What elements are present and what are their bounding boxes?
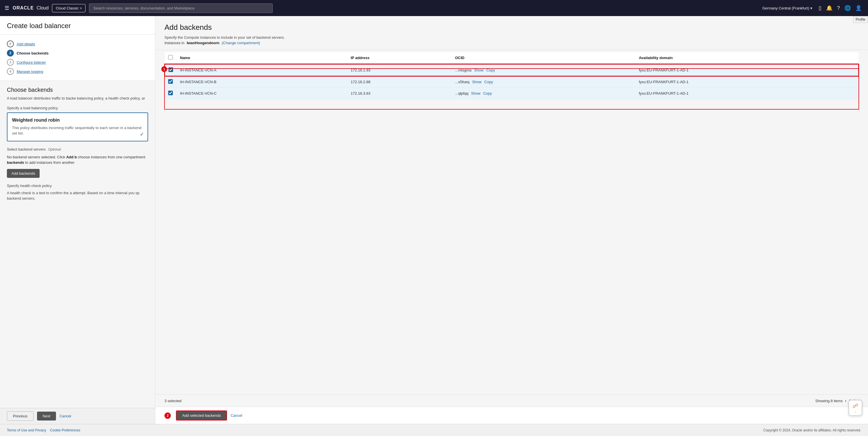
health-section: Specify health check policy A health che… bbox=[7, 183, 148, 201]
bottom-bar: Previous Next Cancel bbox=[0, 408, 155, 424]
add-selected-backends-button[interactable]: Add selected backends bbox=[176, 410, 227, 421]
cloud-classic-button[interactable]: Cloud Classic > bbox=[52, 4, 86, 12]
row-ip-a: 172.16.1.93 bbox=[347, 64, 452, 76]
right-header: Add backends Specify the Compute instanc… bbox=[155, 16, 868, 50]
cloud-text: Cloud bbox=[37, 5, 49, 11]
header-checkbox[interactable] bbox=[168, 55, 173, 60]
row-ocid-c: ...qlpfqq Show Copy bbox=[452, 88, 635, 99]
footer-copyright: Copyright © 2024, Oracle and/or its affi… bbox=[763, 428, 861, 432]
profile-tooltip: Profile bbox=[853, 16, 868, 23]
page-title: Create load balancer bbox=[7, 22, 148, 30]
row-ocid-b: ...x5fueq Show Copy bbox=[452, 76, 635, 88]
right-panel: Add backends Specify the Compute instanc… bbox=[155, 16, 868, 424]
footer-left: Terms of Use and Privacy Cookie Preferen… bbox=[7, 428, 80, 432]
row-name-b: IH-INSTANCE-VCN-B bbox=[177, 76, 347, 88]
terms-link[interactable]: Terms of Use and Privacy bbox=[7, 428, 46, 432]
step-label-add-details[interactable]: Add details bbox=[17, 42, 35, 46]
right-cancel-link[interactable]: Cancel bbox=[230, 413, 242, 417]
backend-label: Select backend servers bbox=[7, 147, 45, 152]
page-footer: Terms of Use and Privacy Cookie Preferen… bbox=[0, 424, 868, 436]
row-checkbox-a[interactable] bbox=[168, 67, 173, 72]
row-checkbox-b[interactable] bbox=[168, 79, 173, 84]
row-availability-b: fyxu:EU-FRANKFURT-1-AD-1 bbox=[636, 76, 859, 88]
policy-card[interactable]: Weighted round robin This policy distrib… bbox=[7, 112, 148, 141]
availability-column-header: Availability domain bbox=[636, 52, 859, 64]
row-ip-c: 172.16.3.63 bbox=[347, 88, 452, 99]
copy-link-b[interactable]: Copy bbox=[484, 80, 493, 84]
nav-right: Germany Central (Frankfurt) ▾ ▯ 🔔 ? 🌐 👤 bbox=[763, 3, 863, 13]
compartment-row: Instances in IwanHoogendoorn (Change com… bbox=[164, 41, 859, 45]
right-bottom-bar: 2 Add selected backends Cancel bbox=[155, 407, 868, 424]
left-panel: Create load balancer ✓ Add details 2 Cho… bbox=[0, 16, 155, 424]
right-desc: Specify the Compute instances to include… bbox=[164, 35, 859, 40]
show-link-c[interactable]: Show bbox=[471, 91, 480, 96]
step-circle-4: 4 bbox=[7, 68, 14, 75]
ocid-column-header: OCID bbox=[452, 52, 635, 64]
show-link-a[interactable]: Show bbox=[474, 68, 484, 72]
previous-button[interactable]: Previous bbox=[7, 411, 34, 421]
table-row: IH-INSTANCE-VCN-C 172.16.3.63 ...qlpfqq … bbox=[165, 88, 859, 99]
ip-column-header: IP address bbox=[347, 52, 452, 64]
backends-table: Name IP address OCID Availability domain… bbox=[164, 52, 859, 99]
language-icon[interactable]: 🌐 bbox=[843, 3, 852, 13]
badge-2: 2 bbox=[164, 412, 171, 419]
step-label-configure-listener[interactable]: Configure listener bbox=[17, 60, 46, 65]
table-section: Name IP address OCID Availability domain… bbox=[155, 50, 868, 394]
backend-section: Select backend servers Optional No backe… bbox=[7, 147, 148, 178]
step-label-manage-logging[interactable]: Manage logging bbox=[17, 69, 43, 74]
wizard-steps: ✓ Add details 2 Choose backends 3 Config… bbox=[0, 35, 155, 81]
copy-link-a[interactable]: Copy bbox=[486, 68, 495, 72]
row-checkbox-cell-b bbox=[165, 76, 177, 88]
no-backend-text: No backend servers selected. Click Add b… bbox=[7, 154, 148, 166]
wizard-step-manage-logging[interactable]: 4 Manage logging bbox=[7, 67, 148, 76]
add-backends-button[interactable]: Add backends bbox=[7, 169, 40, 178]
step-circle-1: ✓ bbox=[7, 40, 14, 47]
copy-link-c[interactable]: Copy bbox=[483, 91, 492, 96]
cookie-preferences-link[interactable]: Cookie Preferences bbox=[50, 428, 80, 432]
step-circle-3: 3 bbox=[7, 59, 14, 66]
choose-backends-title: Choose backends bbox=[7, 87, 148, 93]
search-input[interactable] bbox=[89, 3, 273, 13]
health-label: Specify health check policy bbox=[7, 183, 148, 188]
cancel-link[interactable]: Cancel bbox=[59, 414, 71, 418]
showing-label: Showing 8 items bbox=[815, 399, 842, 403]
compartment-name: IwanHoogendoorn bbox=[187, 41, 219, 45]
policy-card-desc: This policy distributes incoming traffic… bbox=[12, 125, 143, 136]
row-name-a: IH-INSTANCE-VCN-A bbox=[177, 64, 347, 76]
table-row: IH-INSTANCE-VCN-B 172.16.2.88 ...x5fueq … bbox=[165, 76, 859, 88]
row-availability-a: fyxu:EU-FRANKFURT-1-AD-1 bbox=[636, 64, 859, 76]
top-navigation: ☰ ORACLE Cloud Cloud Classic > Germany C… bbox=[0, 0, 868, 16]
selected-count: 3 selected bbox=[164, 399, 181, 403]
row-ocid-a: ...mtsgma Show Copy bbox=[452, 64, 635, 76]
help-widget[interactable]: ☍ ⋮ bbox=[848, 400, 862, 416]
wizard-step-add-details[interactable]: ✓ Add details bbox=[7, 39, 148, 48]
wizard-step-choose-backends: 2 Choose backends bbox=[7, 48, 148, 58]
health-desc: A health check is a test to confirm the … bbox=[7, 190, 148, 201]
help-widget-icon: ☍ bbox=[852, 402, 858, 409]
optional-text: Optional bbox=[48, 147, 61, 152]
add-backends-title: Add backends bbox=[164, 23, 859, 32]
page-title-bar: Create load balancer bbox=[0, 16, 155, 35]
instances-in-label: Instances in bbox=[164, 41, 184, 45]
change-compartment-link[interactable]: (Change compartment) bbox=[222, 41, 260, 45]
hamburger-icon[interactable]: ☰ bbox=[5, 5, 9, 11]
region-selector[interactable]: Germany Central (Frankfurt) ▾ bbox=[763, 6, 812, 10]
region-chevron-icon: ▾ bbox=[810, 6, 812, 10]
row-checkbox-cell-c bbox=[165, 88, 177, 99]
developer-tools-icon[interactable]: ▯ bbox=[817, 3, 823, 13]
notifications-icon[interactable]: 🔔 bbox=[825, 3, 834, 13]
step-circle-2: 2 bbox=[7, 49, 14, 57]
name-column-header: Name bbox=[177, 52, 347, 64]
table-row: IH-INSTANCE-VCN-A 172.16.1.93 ...mtsgma … bbox=[165, 64, 859, 76]
region-label: Germany Central (Frankfurt) bbox=[763, 6, 809, 10]
prev-page-button[interactable]: ‹ bbox=[845, 398, 846, 403]
next-button[interactable]: Next bbox=[37, 412, 56, 421]
policy-label: Specify a load balancing policy bbox=[7, 106, 148, 110]
row-checkbox-c[interactable] bbox=[168, 91, 173, 95]
help-icon[interactable]: ? bbox=[835, 3, 842, 13]
help-widget-dots: ⋮ bbox=[854, 410, 857, 414]
header-checkbox-cell bbox=[165, 52, 177, 64]
show-link-b[interactable]: Show bbox=[472, 80, 482, 84]
wizard-step-configure-listener[interactable]: 3 Configure listener bbox=[7, 58, 148, 67]
profile-icon[interactable]: 👤 bbox=[854, 3, 863, 13]
